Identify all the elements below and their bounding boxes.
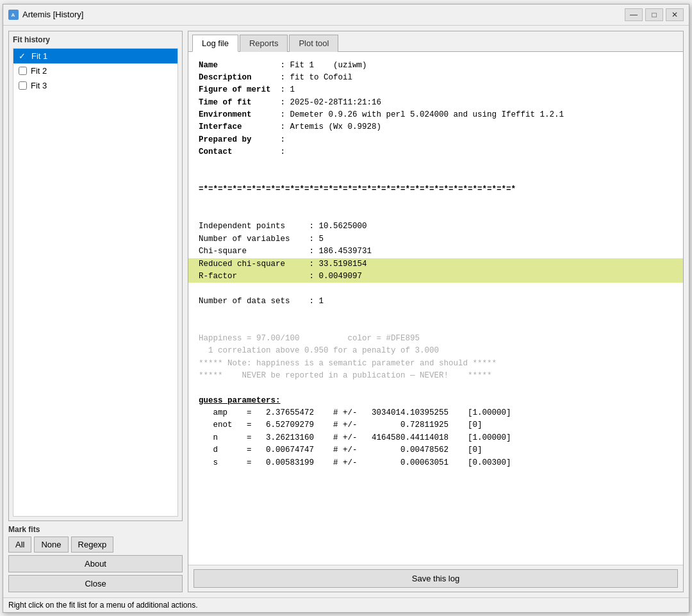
main-window: A Artemis [History] — □ ✕ Fit history ✓ … [3, 4, 689, 613]
fit-item-1[interactable]: ✓ Fit 1 [13, 49, 177, 63]
svg-text:A: A [12, 12, 15, 18]
fit-item-3[interactable]: Fit 3 [13, 78, 177, 93]
app-icon: A [8, 10, 19, 20]
close-button[interactable]: Close [8, 575, 183, 592]
fit-item-1-label: Fit 1 [31, 51, 47, 61]
fit-item-2[interactable]: Fit 2 [13, 63, 177, 78]
right-panel: Log file Reports Plot tool Name : Fit 1 … [188, 31, 684, 592]
fit-history-label: Fit history [13, 35, 178, 44]
tab-log-file[interactable]: Log file [192, 35, 238, 52]
log-content[interactable]: Name : Fit 1 (uziwm) Description : fit t… [188, 52, 683, 565]
fit-item-3-label: Fit 3 [31, 81, 47, 90]
tab-bar: Log file Reports Plot tool [188, 31, 683, 52]
fit-history-group: Fit history ✓ Fit 1 Fit 2 Fit 3 [8, 31, 183, 521]
about-button[interactable]: About [8, 555, 183, 572]
fit-2-checkbox[interactable] [19, 67, 27, 75]
all-button[interactable]: All [8, 537, 31, 553]
checkmark-icon: ✓ [19, 51, 28, 61]
window-controls: — □ ✕ [625, 8, 684, 21]
save-log-button[interactable]: Save this log [194, 569, 678, 588]
statusbar: Right click on the fit list for a menu o… [3, 597, 689, 612]
none-button[interactable]: None [34, 537, 68, 553]
statusbar-text: Right click on the fit list for a menu o… [8, 601, 197, 610]
main-content: Fit history ✓ Fit 1 Fit 2 Fit 3 [3, 26, 689, 597]
fit-3-checkbox[interactable] [19, 81, 27, 90]
mark-fits-buttons: All None Regexp [8, 537, 183, 553]
fit-item-2-label: Fit 2 [31, 66, 47, 76]
titlebar: A Artemis [History] — □ ✕ [3, 4, 689, 26]
tab-reports[interactable]: Reports [240, 35, 288, 52]
regexp-button[interactable]: Regexp [71, 537, 114, 553]
mark-fits-section: Mark fits All None Regexp About Close [8, 525, 183, 592]
window-title: Artemis [History] [22, 10, 625, 19]
close-button[interactable]: ✕ [666, 8, 684, 21]
save-bar: Save this log [188, 565, 683, 592]
maximize-button[interactable]: □ [645, 8, 663, 21]
tab-plot-tool[interactable]: Plot tool [289, 35, 338, 52]
minimize-button[interactable]: — [625, 8, 643, 21]
mark-fits-label: Mark fits [8, 525, 183, 534]
log-text: Name : Fit 1 (uziwm) Description : fit t… [199, 60, 673, 469]
fit-list: ✓ Fit 1 Fit 2 Fit 3 [13, 48, 178, 517]
left-panel: Fit history ✓ Fit 1 Fit 2 Fit 3 [8, 31, 183, 592]
